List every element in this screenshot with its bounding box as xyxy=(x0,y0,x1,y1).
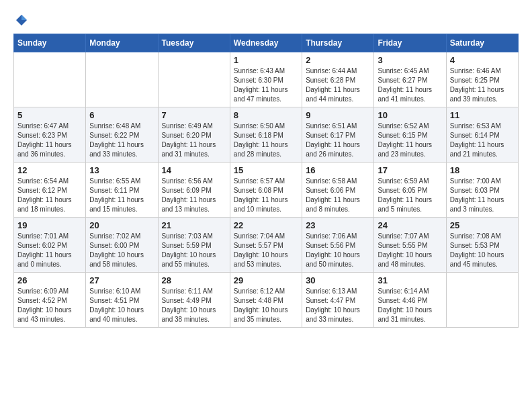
calendar-week-1: 1Sunrise: 6:43 AM Sunset: 6:30 PM Daylig… xyxy=(14,52,519,107)
calendar-cell: 23Sunrise: 7:06 AM Sunset: 5:56 PM Dayli… xyxy=(302,218,374,273)
calendar-cell xyxy=(158,52,230,107)
day-number: 20 xyxy=(89,220,154,230)
day-number: 14 xyxy=(162,165,226,175)
header xyxy=(13,13,519,27)
calendar-cell: 17Sunrise: 6:59 AM Sunset: 6:05 PM Dayli… xyxy=(374,163,446,218)
day-info: Sunrise: 6:10 AM Sunset: 4:51 PM Dayligh… xyxy=(89,287,154,324)
day-number: 23 xyxy=(306,220,370,230)
calendar-cell: 5Sunrise: 6:47 AM Sunset: 6:23 PM Daylig… xyxy=(14,107,86,163)
calendar-week-5: 26Sunrise: 6:09 AM Sunset: 4:52 PM Dayli… xyxy=(14,273,519,328)
calendar-cell: 30Sunrise: 6:13 AM Sunset: 4:47 PM Dayli… xyxy=(302,273,374,328)
day-info: Sunrise: 6:50 AM Sunset: 6:18 PM Dayligh… xyxy=(234,122,298,159)
calendar-cell: 10Sunrise: 6:52 AM Sunset: 6:15 PM Dayli… xyxy=(374,107,446,163)
day-number: 30 xyxy=(306,275,370,285)
calendar-cell xyxy=(446,273,518,328)
calendar-cell: 29Sunrise: 6:12 AM Sunset: 4:48 PM Dayli… xyxy=(230,273,302,328)
day-info: Sunrise: 6:14 AM Sunset: 4:46 PM Dayligh… xyxy=(378,287,442,324)
logo-icon xyxy=(15,13,28,27)
calendar-cell: 28Sunrise: 6:11 AM Sunset: 4:49 PM Dayli… xyxy=(158,273,230,328)
day-number: 29 xyxy=(234,275,298,285)
col-header-saturday: Saturday xyxy=(446,34,518,52)
day-number: 4 xyxy=(450,55,515,65)
calendar-cell: 21Sunrise: 7:03 AM Sunset: 5:59 PM Dayli… xyxy=(158,218,230,273)
day-number: 6 xyxy=(89,110,154,120)
day-info: Sunrise: 6:09 AM Sunset: 4:52 PM Dayligh… xyxy=(17,287,82,324)
calendar-cell: 20Sunrise: 7:02 AM Sunset: 6:00 PM Dayli… xyxy=(86,218,158,273)
calendar-week-4: 19Sunrise: 7:01 AM Sunset: 6:02 PM Dayli… xyxy=(14,218,519,273)
day-info: Sunrise: 6:44 AM Sunset: 6:28 PM Dayligh… xyxy=(306,66,370,104)
calendar: SundayMondayTuesdayWednesdayThursdayFrid… xyxy=(13,34,519,328)
calendar-cell: 1Sunrise: 6:43 AM Sunset: 6:30 PM Daylig… xyxy=(230,52,302,107)
day-number: 13 xyxy=(89,165,154,175)
day-info: Sunrise: 6:57 AM Sunset: 6:08 PM Dayligh… xyxy=(234,177,298,214)
col-header-tuesday: Tuesday xyxy=(158,34,230,52)
day-info: Sunrise: 6:52 AM Sunset: 6:15 PM Dayligh… xyxy=(378,122,442,159)
calendar-cell: 25Sunrise: 7:08 AM Sunset: 5:53 PM Dayli… xyxy=(446,218,518,273)
calendar-cell: 12Sunrise: 6:54 AM Sunset: 6:12 PM Dayli… xyxy=(14,163,86,218)
day-number: 25 xyxy=(450,220,515,230)
day-number: 1 xyxy=(234,55,298,65)
day-number: 31 xyxy=(378,275,442,285)
calendar-cell xyxy=(14,52,86,107)
calendar-cell: 24Sunrise: 7:07 AM Sunset: 5:55 PM Dayli… xyxy=(374,218,446,273)
day-number: 8 xyxy=(234,110,298,120)
day-number: 27 xyxy=(89,275,154,285)
day-number: 3 xyxy=(378,55,442,65)
day-info: Sunrise: 6:54 AM Sunset: 6:12 PM Dayligh… xyxy=(17,177,82,214)
calendar-cell: 7Sunrise: 6:49 AM Sunset: 6:20 PM Daylig… xyxy=(158,107,230,163)
calendar-week-3: 12Sunrise: 6:54 AM Sunset: 6:12 PM Dayli… xyxy=(14,163,519,218)
calendar-cell: 18Sunrise: 7:00 AM Sunset: 6:03 PM Dayli… xyxy=(446,163,518,218)
calendar-cell: 2Sunrise: 6:44 AM Sunset: 6:28 PM Daylig… xyxy=(302,52,374,107)
day-info: Sunrise: 7:03 AM Sunset: 5:59 PM Dayligh… xyxy=(162,232,226,269)
day-info: Sunrise: 6:59 AM Sunset: 6:05 PM Dayligh… xyxy=(378,177,442,214)
day-number: 19 xyxy=(17,220,82,230)
day-info: Sunrise: 6:45 AM Sunset: 6:27 PM Dayligh… xyxy=(378,66,442,104)
calendar-cell xyxy=(86,52,158,107)
day-number: 15 xyxy=(234,165,298,175)
col-header-sunday: Sunday xyxy=(14,34,86,52)
day-info: Sunrise: 6:58 AM Sunset: 6:06 PM Dayligh… xyxy=(306,177,370,214)
calendar-cell: 8Sunrise: 6:50 AM Sunset: 6:18 PM Daylig… xyxy=(230,107,302,163)
col-header-wednesday: Wednesday xyxy=(230,34,302,52)
day-info: Sunrise: 7:07 AM Sunset: 5:55 PM Dayligh… xyxy=(378,232,442,269)
calendar-week-2: 5Sunrise: 6:47 AM Sunset: 6:23 PM Daylig… xyxy=(14,107,519,163)
day-info: Sunrise: 6:49 AM Sunset: 6:20 PM Dayligh… xyxy=(162,122,226,159)
col-header-thursday: Thursday xyxy=(302,34,374,52)
day-info: Sunrise: 6:55 AM Sunset: 6:11 PM Dayligh… xyxy=(89,177,154,214)
calendar-cell: 13Sunrise: 6:55 AM Sunset: 6:11 PM Dayli… xyxy=(86,163,158,218)
calendar-cell: 11Sunrise: 6:53 AM Sunset: 6:14 PM Dayli… xyxy=(446,107,518,163)
day-number: 17 xyxy=(378,165,442,175)
calendar-cell: 9Sunrise: 6:51 AM Sunset: 6:17 PM Daylig… xyxy=(302,107,374,163)
day-number: 9 xyxy=(306,110,370,120)
day-number: 7 xyxy=(162,110,226,120)
day-info: Sunrise: 6:12 AM Sunset: 4:48 PM Dayligh… xyxy=(234,287,298,324)
calendar-cell: 4Sunrise: 6:46 AM Sunset: 6:25 PM Daylig… xyxy=(446,52,518,107)
svg-marker-1 xyxy=(21,15,27,20)
day-info: Sunrise: 7:02 AM Sunset: 6:00 PM Dayligh… xyxy=(89,232,154,269)
day-info: Sunrise: 6:53 AM Sunset: 6:14 PM Dayligh… xyxy=(450,122,515,159)
day-info: Sunrise: 6:48 AM Sunset: 6:22 PM Dayligh… xyxy=(89,122,154,159)
calendar-cell: 3Sunrise: 6:45 AM Sunset: 6:27 PM Daylig… xyxy=(374,52,446,107)
day-number: 21 xyxy=(162,220,226,230)
day-number: 24 xyxy=(378,220,442,230)
day-number: 26 xyxy=(17,275,82,285)
day-info: Sunrise: 7:01 AM Sunset: 6:02 PM Dayligh… xyxy=(17,232,82,269)
day-info: Sunrise: 6:11 AM Sunset: 4:49 PM Dayligh… xyxy=(162,287,226,324)
day-info: Sunrise: 6:43 AM Sunset: 6:30 PM Dayligh… xyxy=(234,66,298,104)
day-number: 16 xyxy=(306,165,370,175)
day-number: 11 xyxy=(450,110,515,120)
day-number: 12 xyxy=(17,165,82,175)
day-info: Sunrise: 7:08 AM Sunset: 5:53 PM Dayligh… xyxy=(450,232,515,269)
logo xyxy=(13,13,28,27)
calendar-cell: 27Sunrise: 6:10 AM Sunset: 4:51 PM Dayli… xyxy=(86,273,158,328)
day-info: Sunrise: 6:13 AM Sunset: 4:47 PM Dayligh… xyxy=(306,287,370,324)
col-header-monday: Monday xyxy=(86,34,158,52)
day-info: Sunrise: 6:56 AM Sunset: 6:09 PM Dayligh… xyxy=(162,177,226,214)
col-header-friday: Friday xyxy=(374,34,446,52)
calendar-cell: 6Sunrise: 6:48 AM Sunset: 6:22 PM Daylig… xyxy=(86,107,158,163)
day-number: 18 xyxy=(450,165,515,175)
day-info: Sunrise: 6:51 AM Sunset: 6:17 PM Dayligh… xyxy=(306,122,370,159)
day-number: 5 xyxy=(17,110,82,120)
calendar-cell: 14Sunrise: 6:56 AM Sunset: 6:09 PM Dayli… xyxy=(158,163,230,218)
calendar-cell: 19Sunrise: 7:01 AM Sunset: 6:02 PM Dayli… xyxy=(14,218,86,273)
